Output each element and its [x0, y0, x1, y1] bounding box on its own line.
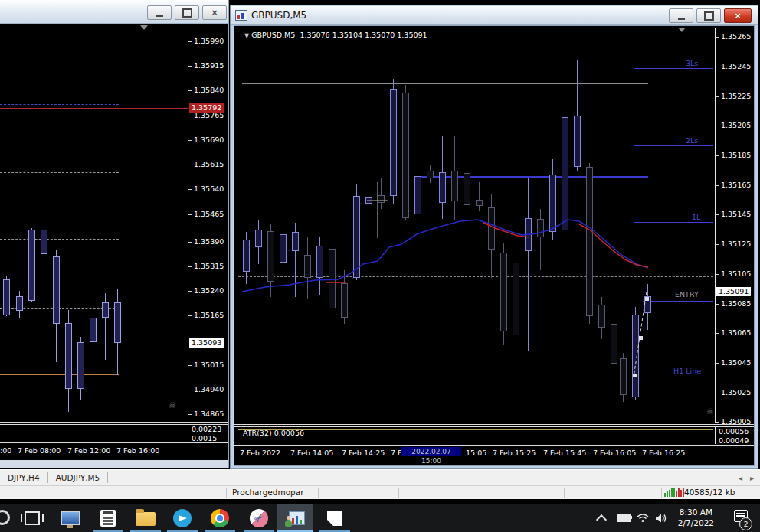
price-tick-label: 1.35465	[194, 211, 224, 218]
desktop-screen: × ☠ 1.359901.359151.358401.357651.356901…	[0, 0, 760, 532]
price-tick-label: 1.35690	[194, 136, 224, 144]
candle-body	[500, 253, 507, 331]
cut-off-icon[interactable]	[0, 510, 10, 525]
file-explorer-button[interactable]	[127, 504, 164, 532]
axis-tick	[188, 165, 192, 165]
price-tick-label: 1.35245	[721, 63, 751, 70]
minimize-button[interactable]	[669, 8, 693, 23]
time-tick-label: :00	[0, 446, 11, 455]
axis-tick	[188, 266, 192, 267]
taskbar-clock[interactable]: 8:30 AM 2/7/2022	[678, 507, 714, 528]
axis-tick	[716, 185, 719, 186]
tabs-scroll-left-icon[interactable]: ◂	[739, 474, 742, 482]
notepad-button[interactable]	[316, 504, 353, 532]
candle-body	[586, 167, 593, 316]
time-tick-label: 7 F	[391, 449, 402, 457]
wifi-button[interactable]	[637, 504, 649, 532]
tray-expand-button[interactable]	[598, 504, 605, 532]
indicator-value-label: 0.00049	[719, 437, 749, 445]
volume-button[interactable]	[655, 504, 668, 532]
candle-body	[598, 305, 605, 328]
axis-tick	[716, 274, 719, 275]
level-label-1l: 1L	[692, 213, 700, 221]
candle-body	[574, 116, 581, 167]
close-button[interactable]: ×	[202, 5, 227, 20]
tabs-scroll-right-icon[interactable]: ▸	[750, 474, 754, 482]
candle-body	[304, 255, 311, 278]
time-tick-label: 7 Feb 15:45	[543, 449, 586, 457]
atr-indicator-subwindow[interactable]: ATR(32) 0.00056	[238, 427, 713, 444]
price-tick-label: 1.35045	[721, 359, 751, 367]
chart-window-secondary[interactable]: × ☠ 1.359901.359151.358401.357651.356901…	[0, 0, 229, 468]
axis-tick	[188, 90, 192, 91]
autoscroll-marker-icon[interactable]	[678, 28, 686, 32]
chart-window-gbpusd-m5[interactable]: GBPUSD,M5 × ▼GBPUSD,M5 1.35076 1.35104 1…	[230, 5, 758, 469]
time-tick-label: 7 Feb 2022	[240, 449, 280, 457]
axis-tick	[716, 333, 719, 334]
price-tick-label: 1.35315	[194, 263, 224, 270]
chart-symbol: GBPUSD,M5	[251, 31, 295, 39]
time-tick-label: 15:05	[466, 449, 486, 457]
time-tick-label: 7 Feb 14:05	[290, 449, 333, 457]
horizontal-line	[634, 222, 713, 223]
speaker-icon	[655, 513, 668, 524]
indicator-subwindow[interactable]	[0, 425, 188, 442]
horizontal-line	[0, 108, 188, 109]
chart-ohlc: 1.35076 1.35104 1.35070 1.35091	[300, 31, 427, 39]
price-tick-label: 1.35085	[721, 300, 751, 308]
axis-tick	[716, 126, 719, 126]
candle-body	[114, 302, 121, 343]
remote-desktop-button[interactable]	[52, 504, 89, 532]
battery-button[interactable]	[617, 504, 631, 532]
metatrader-button[interactable]	[277, 504, 313, 532]
chrome-button[interactable]	[201, 504, 238, 532]
clock-date: 2/7/2022	[678, 517, 714, 528]
candle-body	[390, 89, 397, 196]
chart-plot-area[interactable]: ▼GBPUSD,M5 1.35076 1.35104 1.35070 1.350…	[238, 28, 713, 423]
horizontal-line	[0, 344, 188, 344]
price-tick-label: 1.35615	[194, 161, 224, 168]
horizontal-line	[0, 239, 119, 240]
telegram-button[interactable]	[164, 504, 201, 532]
axis-tick	[188, 189, 192, 190]
window-titlebar[interactable]: GBPUSD,M5 ×	[231, 6, 758, 25]
symbol-dropdown-icon[interactable]: ▼	[244, 32, 249, 39]
axis-tick	[716, 37, 719, 38]
drawing-handle[interactable]	[639, 336, 643, 340]
window-titlebar[interactable]: ×	[0, 0, 228, 24]
calculator-button[interactable]	[90, 504, 126, 532]
candle-body	[644, 296, 651, 313]
autoscroll-marker-icon[interactable]	[140, 25, 148, 30]
chart-plot-area[interactable]: ☠	[0, 25, 188, 421]
skull-watermark-icon: ☠	[706, 406, 714, 416]
time-axis: :007 Feb 08:007 Feb 12:007 Feb 16:00	[0, 443, 228, 459]
task-view-button[interactable]	[14, 504, 51, 532]
candle-body	[611, 324, 618, 364]
restore-button[interactable]	[696, 8, 721, 23]
price-tick-label: 1.35390	[194, 238, 224, 246]
current-price-box: 1.35093	[189, 338, 224, 348]
candle-body	[537, 219, 544, 237]
level-label-2ls: 2Ls	[686, 136, 698, 145]
candle-body	[451, 171, 458, 201]
restore-button[interactable]	[175, 5, 199, 20]
candle-wick	[479, 182, 480, 211]
candle-body	[316, 246, 323, 278]
candle-body	[632, 315, 639, 397]
candle-body	[90, 318, 97, 342]
network-traffic: 40585/12 kb	[684, 488, 735, 497]
minimize-button[interactable]	[147, 5, 172, 20]
tab-audjpy-m5[interactable]: AUDJPY,M5	[48, 473, 108, 482]
candle-body	[341, 283, 348, 318]
snipping-tool-button[interactable]: ✂	[241, 504, 277, 532]
axis-tick	[188, 390, 192, 390]
candle-body	[243, 240, 250, 272]
price-tick-label: 1.35185	[721, 152, 751, 159]
candle-body	[77, 342, 84, 389]
tab-djpy-h4[interactable]: DJPY,H4	[0, 473, 48, 482]
price-tick-label: 1.35165	[721, 181, 751, 189]
computer-icon	[61, 511, 80, 525]
horizontal-line	[634, 68, 713, 69]
candle-body	[439, 172, 446, 203]
close-button[interactable]: ×	[724, 8, 752, 23]
